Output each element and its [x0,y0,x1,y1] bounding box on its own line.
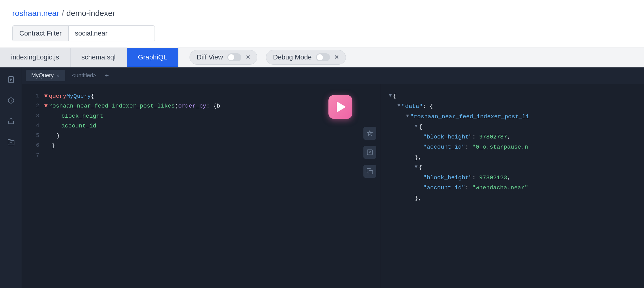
contract-filter-input[interactable] [69,26,155,41]
line-num-5: 5 [28,131,39,140]
svg-rect-11 [369,170,373,174]
json-obj-open-2: { [419,163,422,173]
kw-order-by: order_by [178,101,206,111]
tabs-bar: indexingLogic.js schema.sql GraphiQL Dif… [0,48,644,67]
line-num-4: 4 [28,121,39,131]
query-tab-myquery-close[interactable]: ✕ [56,73,60,78]
code-line-5: 5 } [28,131,374,141]
json-acc-colon-1: : [465,142,472,152]
debug-mode-switch[interactable] [316,53,330,61]
graphiql-container: MyQuery ✕ <untitled> + 1 ▼ query MyQuery… [0,67,644,288]
breadcrumb-link[interactable]: roshaan.near [12,9,59,18]
json-obj-close-2: }, [415,193,422,203]
kw-block-height: block_height [52,111,103,121]
line-num-6: 6 [28,141,39,150]
debug-mode-toggle[interactable]: Debug Mode ✕ [266,50,346,65]
code-line-7: 7 [28,151,374,160]
json-caret-1: ▼ [397,101,401,110]
json-acc-key-2: "account_id" [423,183,465,193]
svg-rect-0 [9,77,13,83]
diff-view-toggle[interactable]: Diff View ✕ [190,50,257,65]
json-caret-0: ▼ [389,91,392,100]
code-line-6: 6 } [28,141,374,150]
json-feed-key: "roshaan_near_feed_indexer_post_li [410,112,529,122]
editor-split: 1 ▼ query MyQuery { 2 ▼ roshaan_near_fee… [22,84,644,288]
json-line-0: ▼ { [389,91,635,101]
kw-field-name: roshaan_near_feed_indexer_post_likes [49,101,174,111]
kw-close-brace-inner: } [52,131,60,141]
tab-graphiql[interactable]: GraphiQL [127,48,178,67]
diff-view-close[interactable]: ✕ [246,54,250,61]
json-bh-key-1: "block_height" [423,132,472,142]
code-line-2: 2 ▼ roshaan_near_feed_indexer_post_likes… [28,101,374,111]
kw-query: query [49,91,66,101]
close-square-icon[interactable] [363,146,376,159]
line-caret-2: ▼ [44,101,48,111]
json-obj-close-1: }, [415,153,422,163]
folder-plus-icon[interactable] [5,136,17,148]
kw-colon: : {b [206,101,220,111]
json-arr-open: { [419,122,422,132]
kw-account-id: account_id [52,121,96,131]
json-line-4: "block_height" : 97802787 , [389,132,635,142]
json-acc-colon-2: : [465,183,472,193]
json-line-7: ▼ { [389,163,635,173]
doc-icon[interactable] [5,74,17,86]
line-num-3: 3 [28,111,39,121]
json-line-6: }, [389,153,635,163]
breadcrumb: roshaan.near / demo-indexer [12,9,632,18]
json-caret-2: ▼ [406,112,409,120]
sparkle-icon[interactable] [363,127,376,140]
query-tabs: MyQuery ✕ <untitled> + [22,67,644,84]
graphiql-sidebar [0,67,22,288]
graphiql-main: MyQuery ✕ <untitled> + 1 ▼ query MyQuery… [22,67,644,288]
contract-filter-label: Contract Filter [13,26,69,41]
code-line-3: 3 block_height [28,111,374,121]
json-line-5: "account_id" : "0_o.starpause.n [389,142,635,152]
play-icon [337,101,346,112]
json-line-1: ▼ "data" : { [389,101,635,112]
tab-schema[interactable]: schema.sql [71,48,127,67]
line-num-2: 2 [28,101,39,111]
json-line-10: }, [389,193,635,203]
json-bh-comma-1: , [507,132,511,142]
query-editor[interactable]: 1 ▼ query MyQuery { 2 ▼ roshaan_near_fee… [22,84,380,288]
json-bh-comma-2: , [507,173,511,183]
json-data-key: "data" [402,101,423,112]
breadcrumb-separator: / [62,9,64,18]
line-caret-1: ▼ [44,91,48,101]
debug-mode-close[interactable]: ✕ [334,54,339,61]
header: roshaan.near / demo-indexer Contract Fil… [0,0,644,48]
history-icon[interactable] [5,94,17,107]
diff-view-switch[interactable] [227,53,241,61]
query-tab-add-button[interactable]: + [102,72,112,80]
code-line-1: 1 ▼ query MyQuery { [28,91,374,101]
json-caret-3: ▼ [415,122,418,131]
copy-icon[interactable] [363,165,376,178]
diff-view-label: Diff View [197,53,223,61]
json-acc-key-1: "account_id" [423,142,465,152]
tab-indexinglogic[interactable]: indexingLogic.js [0,48,71,67]
query-tab-myquery[interactable]: MyQuery ✕ [26,70,65,81]
json-line-8: "block_height" : 97802123 , [389,173,635,183]
results-panel: ▼ { ▼ "data" : { ▼ "roshaan_near_feed_in… [380,84,644,288]
contract-filter-row: Contract Filter [12,25,632,41]
json-line-3: ▼ { [389,122,635,132]
kw-open-brace-1: { [91,91,94,101]
kw-close-brace-outer: } [52,141,55,150]
json-line-2: ▼ "roshaan_near_feed_indexer_post_li [389,112,635,122]
query-tab-untitled[interactable]: <untitled> [67,70,102,81]
kw-myquery: MyQuery [66,91,91,101]
json-bh-colon-2: : [472,173,479,183]
kw-paren-open: ( [175,101,178,111]
json-bh-val-1: 97802787 [479,132,507,142]
json-line-9: "account_id" : "whendacha.near" [389,183,635,193]
json-bh-val-2: 97802123 [479,173,507,183]
share-icon[interactable] [5,115,17,127]
code-line-4: 4 account_id [28,121,374,131]
play-button[interactable] [328,95,352,119]
json-bh-colon-1: : [472,132,479,142]
contract-filter-box: Contract Filter [12,25,155,41]
json-acc-val-2: "whendacha.near" [472,183,528,193]
editor-toolbar [363,127,376,178]
